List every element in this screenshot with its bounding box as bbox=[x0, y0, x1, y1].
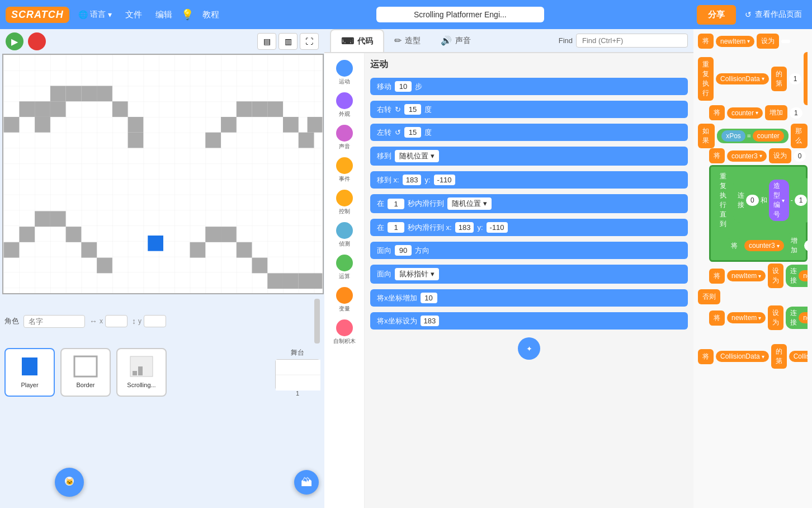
collision-data-dropdown[interactable]: CollisionData ▾ bbox=[716, 73, 769, 84]
glide-secs-input[interactable]: 1 bbox=[388, 199, 404, 209]
join3-oval[interactable]: 连接 newItem ▾ 和 CollisionData bbox=[786, 307, 808, 329]
cat-sound[interactable]: 声音 bbox=[325, 123, 363, 153]
stage-mode-large[interactable]: ▥ bbox=[278, 33, 298, 50]
tab-code[interactable]: ⌨ 代码 bbox=[330, 29, 384, 52]
newitem5-ref[interactable]: newItem ▾ bbox=[799, 312, 808, 323]
stage-mode-small[interactable]: ▤ bbox=[257, 33, 276, 50]
cat-events[interactable]: 事件 bbox=[325, 155, 363, 185]
set4-label[interactable]: 将 bbox=[709, 311, 725, 326]
join-zero[interactable]: 0 bbox=[746, 195, 759, 206]
move-block[interactable]: 移动 10 步 bbox=[370, 78, 688, 95]
editor-scroll[interactable]: 将 newItem ▾ 设为 bbox=[698, 34, 808, 504]
turn-left-degrees-input[interactable]: 15 bbox=[404, 127, 421, 138]
setx-input[interactable]: 183 bbox=[421, 316, 440, 326]
scratch-logo[interactable]: SCRATCH bbox=[6, 7, 69, 23]
counter3-dropdown[interactable]: counter3 ▾ bbox=[727, 150, 767, 162]
cat-custom[interactable]: 自制积木 bbox=[325, 317, 363, 347]
point-dir-block[interactable]: 面向 90 方向 bbox=[370, 242, 688, 259]
cat-sensing[interactable]: 侦测 bbox=[325, 220, 363, 250]
else-label[interactable]: 否则 bbox=[698, 289, 720, 304]
change2-label[interactable]: 将 bbox=[726, 238, 742, 253]
edit-menu[interactable]: 编辑 bbox=[151, 7, 177, 22]
sprite-item-scrolling[interactable]: Scrolling... bbox=[116, 348, 167, 397]
y-input[interactable] bbox=[144, 315, 166, 327]
join2-oval[interactable]: 连接 newItem ▾ 和 Tile-Collision bbox=[786, 265, 808, 287]
newitem4-dropdown[interactable]: newItem ▾ bbox=[727, 312, 766, 323]
condition-oval[interactable]: xPos = counter bbox=[717, 129, 789, 143]
collisiondata-item-dropdown[interactable]: CollisionData ▾ bbox=[789, 351, 808, 362]
turn-left-block[interactable]: 左转 ↺ 15 度 bbox=[370, 124, 688, 141]
gotoxy-y-input[interactable]: -110 bbox=[434, 175, 455, 185]
collisiondata-final-dropdown[interactable]: CollisionData ▾ bbox=[716, 351, 769, 362]
view-page-button[interactable]: ↺ 查看作品页面 bbox=[740, 7, 806, 22]
glidexy-secs-input[interactable]: 1 bbox=[388, 222, 404, 233]
counter3-var[interactable]: counter3 ▾ bbox=[744, 240, 784, 251]
empty-oval[interactable] bbox=[781, 40, 790, 43]
turn-right-block[interactable]: 右转 ↻ 15 度 bbox=[370, 101, 688, 118]
cat-variables[interactable]: 变量 bbox=[325, 285, 363, 315]
minus-one[interactable]: 1 bbox=[795, 195, 808, 206]
glidexy-y-input[interactable]: -110 bbox=[487, 222, 508, 233]
add-sprite-button[interactable]: 🐱 bbox=[55, 468, 84, 497]
stop-button[interactable] bbox=[28, 32, 46, 50]
changex-input[interactable]: 10 bbox=[421, 293, 437, 303]
right-editor[interactable]: 将 newItem ▾ 设为 bbox=[693, 29, 812, 508]
move-steps-input[interactable]: 10 bbox=[395, 81, 412, 92]
pointdir-degrees-input[interactable]: 90 bbox=[395, 245, 412, 256]
tab-costumes[interactable]: ✏ 造型 bbox=[384, 30, 431, 51]
change-label[interactable]: 将 bbox=[709, 105, 725, 120]
goto-dropdown[interactable]: 随机位置 ▾ bbox=[395, 150, 439, 162]
scrollbar[interactable] bbox=[314, 299, 320, 344]
pointtowards-dropdown[interactable]: 鼠标指针 ▾ bbox=[395, 268, 439, 280]
sprite-name-input[interactable] bbox=[23, 315, 85, 328]
sprite-item-player[interactable]: Player bbox=[4, 348, 55, 397]
green-flag-button[interactable]: ▶ bbox=[6, 32, 23, 50]
final-set-label[interactable]: 将 bbox=[698, 349, 714, 364]
set3-label[interactable]: 将 bbox=[709, 269, 725, 284]
sprite-item-border[interactable]: Border bbox=[60, 348, 111, 397]
xpos-oval[interactable]: xPos bbox=[721, 130, 745, 142]
change-x-block[interactable]: 将x坐标增加 10 bbox=[370, 289, 688, 307]
until-condition[interactable]: 连接 0 和 造型 编号 ▾ - bbox=[733, 178, 808, 223]
glide-dropdown[interactable]: 随机位置 ▾ bbox=[447, 197, 492, 210]
share-button[interactable]: 分享 bbox=[697, 5, 736, 25]
goto-xy-block[interactable]: 移到 x: 183 y: -110 bbox=[370, 171, 688, 189]
index-input[interactable]: 1 bbox=[789, 73, 802, 84]
x-input[interactable] bbox=[105, 315, 128, 327]
goto-random-block[interactable]: 移到 随机位置 ▾ bbox=[370, 147, 688, 166]
stage-mode-fullscreen[interactable]: ⛶ bbox=[300, 33, 319, 50]
zero-oval[interactable]: 0 bbox=[794, 150, 806, 162]
add-stage-button[interactable]: 🏔 bbox=[294, 470, 319, 495]
newitem2-dropdown[interactable]: newItem ▾ bbox=[727, 270, 766, 281]
stage-area[interactable] bbox=[2, 54, 324, 294]
increase2-val[interactable]: 1 bbox=[804, 240, 808, 251]
if-label[interactable]: 如果 bbox=[698, 124, 715, 148]
project-title[interactable]: Scrolling Platformer Engi... bbox=[376, 7, 544, 22]
repeat-label[interactable]: 重复执行 bbox=[698, 57, 714, 101]
newitem3-ref[interactable]: newItem ▾ bbox=[799, 270, 808, 281]
costume-num-oval[interactable]: 造型 编号 ▾ bbox=[769, 180, 789, 221]
newitem-dropdown[interactable]: newItem ▾ bbox=[716, 36, 754, 47]
set-x-block[interactable]: 将x坐标设为 183 bbox=[370, 312, 688, 330]
gotoxy-x-input[interactable]: 183 bbox=[403, 175, 422, 185]
increase-amount[interactable]: 1 bbox=[790, 107, 802, 119]
tab-sounds[interactable]: 🔊 声音 bbox=[431, 30, 481, 51]
counter-cond-oval[interactable]: counter bbox=[753, 130, 784, 142]
set-newitem-block[interactable]: 将 bbox=[698, 34, 714, 49]
cat-looks[interactable]: 外观 bbox=[325, 90, 363, 120]
set2-label[interactable]: 将 bbox=[709, 148, 725, 163]
tutorials-menu[interactable]: 教程 bbox=[198, 7, 224, 22]
globe-button[interactable]: 🌐 语言 ▾ bbox=[74, 7, 116, 22]
turn-right-degrees-input[interactable]: 15 bbox=[404, 104, 421, 115]
glide-xy-block[interactable]: 在 1 秒内滑行到 x: 183 y: -110 bbox=[370, 219, 688, 236]
glide-random-block[interactable]: 在 1 秒内滑行到 随机位置 ▾ bbox=[370, 194, 688, 213]
cat-motion[interactable]: 运动 bbox=[325, 58, 363, 88]
repeat-until-label[interactable]: 重复执行直到 bbox=[715, 169, 731, 232]
point-towards-block[interactable]: 面向 鼠标指针 ▾ bbox=[370, 265, 688, 284]
find-input[interactable] bbox=[576, 34, 688, 48]
file-menu[interactable]: 文件 bbox=[121, 7, 147, 22]
glidexy-x-input[interactable]: 183 bbox=[455, 222, 474, 233]
stage-selector[interactable]: 舞台 1 bbox=[275, 348, 320, 397]
motion-special-block[interactable]: ✦ bbox=[518, 337, 540, 360]
cat-operators[interactable]: 运算 bbox=[325, 252, 363, 283]
